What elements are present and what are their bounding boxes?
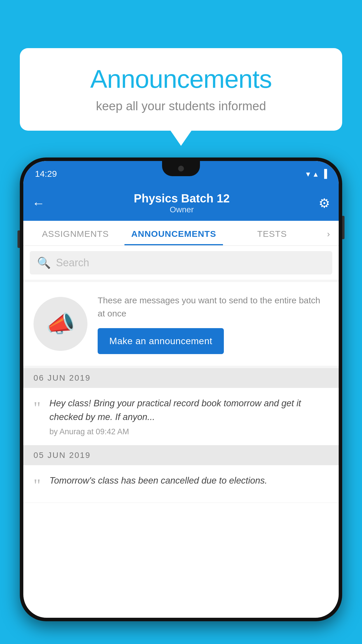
wifi-icon: ▾ — [306, 169, 310, 179]
phone-outer: 14:29 ▾ ▴ ▐ ← Physics Batch 12 Owner ⚙ — [20, 158, 342, 621]
quote-icon-1: " — [34, 399, 41, 416]
announcement-content-1: Hey class! Bring your practical record b… — [50, 397, 329, 436]
announcement-item-2[interactable]: " Tomorrow's class has been cancelled du… — [23, 465, 339, 503]
date-label-1: 06 JUN 2019 — [34, 373, 91, 382]
announcement-item-1[interactable]: " Hey class! Bring your practical record… — [23, 388, 339, 445]
header-subtitle: Owner — [134, 205, 230, 214]
battery-icon: ▐ — [321, 169, 327, 178]
status-icons: ▾ ▴ ▐ — [306, 169, 327, 179]
back-button[interactable]: ← — [32, 197, 45, 210]
app-header: ← Physics Batch 12 Owner ⚙ — [23, 187, 339, 221]
megaphone-circle: 📣 — [34, 297, 87, 351]
prompt-right: These are messages you want to send to t… — [98, 294, 328, 354]
tab-assignments[interactable]: ASSIGNMENTS — [26, 221, 124, 245]
header-title: Physics Batch 12 — [134, 192, 230, 205]
phone-side-button-left — [17, 230, 20, 248]
tab-tests[interactable]: TESTS — [223, 221, 321, 245]
announcement-text-1: Hey class! Bring your practical record b… — [50, 397, 329, 424]
bubble-title: Announcements — [37, 64, 325, 94]
search-placeholder: Search — [56, 257, 89, 269]
date-label-2: 05 JUN 2019 — [34, 451, 91, 460]
phone-side-button-right — [342, 216, 345, 239]
announcement-prompt: 📣 These are messages you want to send to… — [23, 282, 339, 366]
speech-bubble: Announcements keep all your students inf… — [20, 48, 342, 131]
search-icon: 🔍 — [37, 256, 51, 269]
search-bar[interactable]: 🔍 Search — [30, 251, 332, 274]
camera — [178, 166, 184, 172]
settings-icon[interactable]: ⚙ — [319, 196, 330, 211]
date-section-1: 06 JUN 2019 — [23, 368, 339, 388]
date-section-2: 05 JUN 2019 — [23, 445, 339, 465]
megaphone-icon: 📣 — [46, 310, 75, 338]
status-bar: 14:29 ▾ ▴ ▐ — [23, 161, 339, 187]
announcement-text-2: Tomorrow's class has been cancelled due … — [50, 474, 329, 488]
status-time: 14:29 — [35, 169, 57, 179]
tabs-bar: ASSIGNMENTS ANNOUNCEMENTS TESTS › — [23, 221, 339, 246]
content-area: 🔍 Search 📣 These are messages you want t… — [23, 246, 339, 503]
make-announcement-button[interactable]: Make an announcement — [98, 328, 224, 354]
notch — [162, 161, 200, 176]
speech-bubble-container: Announcements keep all your students inf… — [20, 48, 342, 131]
phone-screen: 14:29 ▾ ▴ ▐ ← Physics Batch 12 Owner ⚙ — [23, 161, 339, 618]
search-container: 🔍 Search — [23, 246, 339, 280]
quote-icon-2: " — [34, 476, 41, 494]
prompt-description: These are messages you want to send to t… — [98, 294, 328, 320]
tab-announcements[interactable]: ANNOUNCEMENTS — [124, 221, 223, 245]
bubble-subtitle: keep all your students informed — [37, 99, 325, 113]
phone-wrapper: 14:29 ▾ ▴ ▐ ← Physics Batch 12 Owner ⚙ — [20, 158, 342, 644]
announcement-content-2: Tomorrow's class has been cancelled due … — [50, 474, 329, 491]
header-center: Physics Batch 12 Owner — [134, 192, 230, 214]
signal-icon: ▴ — [314, 169, 318, 179]
announcement-author-1: by Anurag at 09:42 AM — [50, 427, 329, 436]
tab-more[interactable]: › — [321, 221, 336, 245]
